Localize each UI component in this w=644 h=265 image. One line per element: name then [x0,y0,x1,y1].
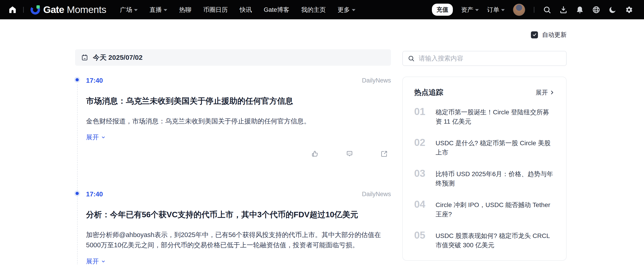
timeline-dot-icon [76,192,79,195]
news-item-source: DailyNews [362,191,391,198]
expand-label: 展开 [86,257,99,265]
expand-label: 展开 [86,133,99,142]
nav-item-crypto-calendar[interactable]: 币圈日历 [203,6,228,14]
nav-item-label: 广场 [120,6,132,14]
hot-topic-text: USDC 是什么? 稳定币第一股 Circle 美股上市 [436,138,555,157]
nav-item-label: 更多 [338,6,350,14]
hot-topic-rank: 02 [414,138,428,157]
chevron-down-icon [475,9,479,11]
nav-menu: 广场 直播 热聊 币圈日历 快讯 Gate博客 我的主页 [120,6,356,14]
news-item-header: 17:40 DailyNews [86,77,391,84]
notifications-bell-icon[interactable] [576,6,584,14]
news-item-body: 加密分析师@ahboyash表示，到2025年中，已有56个获得风投支持的代币上… [86,230,391,250]
nav-divider [534,7,534,13]
chevron-down-icon [100,259,106,264]
download-icon[interactable] [559,6,568,14]
news-item-header: 17:40 DailyNews [86,191,391,198]
sidebar-search [402,51,567,66]
brand-logo[interactable]: Gate Moments [30,4,106,15]
hot-topics-list: 01 稳定币第一股诞生！Circle 登陆纽交所募资 11 亿美元 02 USD… [414,107,555,250]
search-icon [408,55,414,62]
calendar-icon [81,54,88,61]
gate-logo-icon [30,4,40,15]
chevron-right-icon [549,90,555,95]
chevron-down-icon [352,9,356,11]
hot-topic-item[interactable]: 03 比特币 USD 2025年6月：价格、趋势与年终预测 [414,169,555,188]
chevron-down-icon [100,135,106,140]
assets-label: 资产 [461,6,473,14]
nav-item-label: 币圈日历 [203,6,228,14]
chevron-down-icon [164,9,167,11]
orders-label: 订单 [487,6,499,14]
nav-divider [23,7,24,13]
top-navbar: Gate Moments 广场 直播 热聊 币圈日历 快讯 Gate博客 [0,0,644,19]
news-feed: 17:40 DailyNews 市场消息：乌克兰未收到美国关于停止援助的任何官方… [75,66,391,265]
timeline-dot-icon [76,78,79,81]
news-item-title[interactable]: 分析：今年已有56个获VC支持的代币上市，其中3个代币的FDV超过10亿美元 [86,209,391,220]
home-icon [8,5,17,14]
hot-topic-text: Circle 冲刺 IPO，USDC 能否撼动 Tether 王座? [436,200,555,219]
nav-right-group: 充值 资产 订单 [432,4,633,16]
hot-topic-item[interactable]: 04 Circle 冲刺 IPO，USDC 能否撼动 Tether 王座? [414,200,555,219]
check-icon [532,32,537,37]
share-external-button[interactable] [380,150,388,158]
nav-item-label: 直播 [150,6,162,14]
hot-topics-title: 热点追踪 [414,87,443,97]
hot-topics-expand-link[interactable]: 展开 [536,88,555,97]
hot-topic-rank: 05 [414,231,428,250]
news-item: 17:40 DailyNews 分析：今年已有56个获VC支持的代币上市，其中3… [75,191,391,265]
orders-menu[interactable]: 订单 [487,6,505,14]
news-item-time: 17:40 [86,77,103,84]
search-input[interactable] [419,55,561,62]
nav-item-label: 快讯 [240,6,252,14]
comment-button[interactable] [346,150,353,158]
hot-topics-card: 热点追踪 展开 01 稳定币第一股诞生！Circle 登陆纽交所募资 11 亿美… [402,77,567,261]
auto-update-label: 自动更新 [542,31,567,39]
date-header-label: 今天 2025/07/02 [93,53,142,62]
language-globe-icon[interactable] [592,6,600,14]
nav-item-label: 我的主页 [301,6,326,14]
news-item-actions [86,150,391,158]
nav-left-group: Gate Moments 广场 直播 热聊 币圈日历 快讯 Gate博客 [8,4,356,15]
brand-name: Gate [43,4,64,15]
nav-item-gate-blog[interactable]: Gate博客 [264,6,290,14]
hot-topic-rank: 04 [414,200,428,219]
news-item-title[interactable]: 市场消息：乌克兰未收到美国关于停止援助的任何官方信息 [86,96,391,106]
hot-topic-text: 稳定币第一股诞生！Circle 登陆纽交所募资 11 亿美元 [436,107,555,126]
expand-toggle[interactable]: 展开 [86,133,106,142]
hot-topic-item[interactable]: 05 USDC 股票表现如何? 稳定币龙头 CRCL 市值突破 300 亿美元 [414,231,555,250]
news-item-body: 金色财经报道，市场消息：乌克兰未收到美国关于停止援助的任何官方信息。 [86,116,391,126]
deposit-button[interactable]: 充值 [432,4,453,16]
search-icon[interactable] [543,6,551,14]
expand-toggle[interactable]: 展开 [86,257,106,265]
news-item-time: 17:40 [86,191,103,198]
nav-item-more[interactable]: 更多 [338,6,356,14]
hot-topic-item[interactable]: 01 稳定币第一股诞生！Circle 登陆纽交所募资 11 亿美元 [414,107,555,126]
hot-topic-item[interactable]: 02 USDC 是什么? 稳定币第一股 Circle 美股上市 [414,138,555,157]
nav-item-my-page[interactable]: 我的主页 [301,6,326,14]
chevron-down-icon [134,9,138,11]
dark-mode-moon-icon[interactable] [608,6,617,14]
date-header: 今天 2025/07/02 [75,49,391,66]
news-item-source: DailyNews [362,77,391,84]
settings-gear-icon[interactable] [625,6,633,14]
like-button[interactable] [311,150,318,158]
hot-topic-text: USDC 股票表现如何? 稳定币龙头 CRCL 市值突破 300 亿美元 [436,231,555,250]
nav-item-news[interactable]: 快讯 [240,6,252,14]
assets-menu[interactable]: 资产 [461,6,479,14]
nav-item-live[interactable]: 直播 [150,6,167,14]
auto-update-checkbox[interactable] [531,31,538,38]
nav-item-square[interactable]: 广场 [120,6,138,14]
hot-topic-text: 比特币 USD 2025年6月：价格、趋势与年终预测 [436,169,555,188]
news-feed-column: 今天 2025/07/02 17:40 DailyNews 市场消息：乌克兰未收… [75,19,391,265]
nav-item-label: 热聊 [179,6,192,14]
hot-topics-header: 热点追踪 展开 [414,87,555,97]
news-item: 17:40 DailyNews 市场消息：乌克兰未收到美国关于停止援助的任何官方… [75,66,391,158]
hot-topic-rank: 01 [414,107,428,126]
expand-label: 展开 [536,88,548,97]
auto-update-control: 自动更新 [531,31,567,39]
sidebar: 自动更新 热点追踪 展开 01 稳定币第一股诞生！Circle 登陆纽交所募资 … [402,19,567,265]
avatar[interactable] [513,4,525,16]
home-button[interactable] [8,5,17,14]
nav-item-hotchat[interactable]: 热聊 [179,6,192,14]
